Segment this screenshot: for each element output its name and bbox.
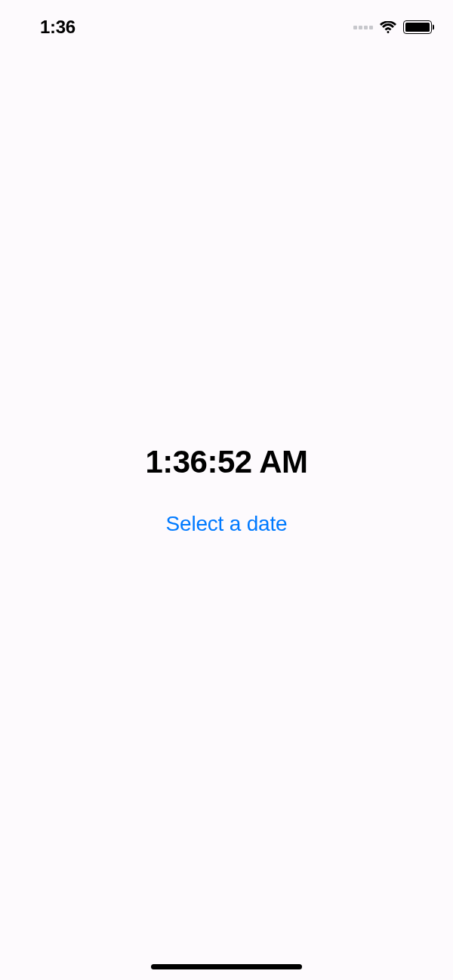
- time-display: 1:36:52 AM: [145, 444, 307, 480]
- select-date-button[interactable]: Select a date: [166, 512, 288, 536]
- home-indicator[interactable]: [151, 964, 302, 969]
- main-content: 1:36:52 AM Select a date: [0, 0, 453, 980]
